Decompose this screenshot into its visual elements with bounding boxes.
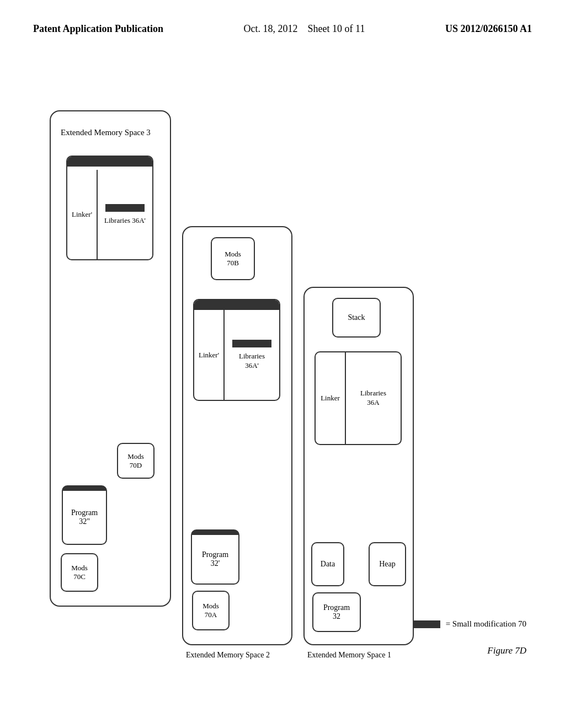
legend-text: = Small modification 70 [446,619,526,629]
libraries2a-area: Libraries36A' [225,310,279,400]
linker-libraries-space2: Linker' Libraries36A' [193,299,280,401]
mods70d-box: Mods70D [117,443,154,479]
space2-label: Extended Memory Space 2 [186,651,270,660]
linker3-label: Linker' [67,170,98,259]
mods70a-label: Mods70A [202,602,219,619]
linker-libraries-space1: Linker Libraries36A [315,351,402,445]
data-box: Data [311,542,344,586]
sheet-info: Sheet 10 of 11 [308,23,365,34]
legend: = Small modification 70 [414,619,526,629]
heap-label: Heap [379,560,396,569]
stack-label: Stack [348,313,365,322]
publication-date: Oct. 18, 2012 [244,23,298,34]
memory-space-1: Extended Memory Space 1 Stack Linker Lib… [303,287,414,645]
program32-label: Program32 [323,603,350,621]
legend-bar [414,620,440,628]
mods70c-label: Mods70C [71,564,88,581]
program32dq-label: Program32" [71,508,98,526]
mods70b-label: Mods70B [225,250,241,267]
program32dq-box: Program32" [62,485,107,545]
libraries3a-area: Libraries 36A' [98,170,152,259]
libraries1a-area: Libraries36A [346,352,401,444]
space3-label: Extended Memory Space 3 [61,128,151,137]
stack-box: Stack [332,298,381,338]
memory-space-2: Extended Memory Space 2 Mods70B Linker' … [182,226,292,645]
mods70d-label: Mods70D [127,452,144,470]
linker-libraries-space3: Linker' Libraries 36A' [66,156,153,260]
memory-space-3: Extended Memory Space 3 Linker' Librarie… [50,110,171,607]
heap-box: Heap [369,542,406,586]
mods70a-box: Mods70A [192,591,230,630]
program32-box: Program32 [312,592,361,632]
libraries2a-label: Libraries36A' [239,352,265,371]
space1-label: Extended Memory Space 1 [307,651,391,660]
program32p-box: Program32' [191,529,239,585]
page-header: Patent Application Publication Oct. 18, … [0,0,565,36]
libraries3a-label: Libraries 36A' [104,216,146,226]
patent-number: US 2012/0266150 A1 [445,22,532,36]
program32p-label: Program32' [202,550,228,568]
linker2-label: Linker' [194,310,225,400]
libraries1a-label: Libraries36A [360,389,386,408]
publication-title: Patent Application Publication [33,22,163,36]
diagram-area: Extended Memory Space 3 Linker' Librarie… [33,99,532,673]
mods70b-box: Mods70B [211,237,255,280]
figure-label: Figure 7D [487,645,526,656]
mods70c-box: Mods70C [61,553,98,592]
legend-item: = Small modification 70 [414,619,526,629]
data-label: Data [321,560,335,569]
header-center: Oct. 18, 2012 Sheet 10 of 11 [244,22,365,36]
linker1-label: Linker [316,352,346,444]
